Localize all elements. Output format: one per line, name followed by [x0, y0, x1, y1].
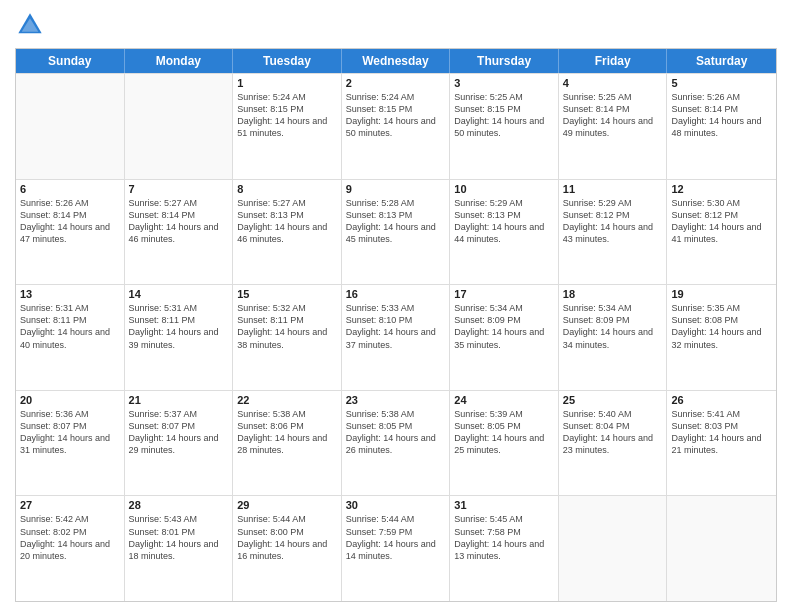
day-number: 30: [346, 499, 446, 511]
day-info: Sunrise: 5:31 AM Sunset: 8:11 PM Dayligh…: [129, 302, 229, 351]
day-cell-30: 30Sunrise: 5:44 AM Sunset: 7:59 PM Dayli…: [342, 496, 451, 601]
calendar-header: SundayMondayTuesdayWednesdayThursdayFrid…: [16, 49, 776, 73]
day-info: Sunrise: 5:27 AM Sunset: 8:14 PM Dayligh…: [129, 197, 229, 246]
day-info: Sunrise: 5:33 AM Sunset: 8:10 PM Dayligh…: [346, 302, 446, 351]
day-cell-1: 1Sunrise: 5:24 AM Sunset: 8:15 PM Daylig…: [233, 74, 342, 179]
day-cell-25: 25Sunrise: 5:40 AM Sunset: 8:04 PM Dayli…: [559, 391, 668, 496]
day-number: 17: [454, 288, 554, 300]
day-cell-21: 21Sunrise: 5:37 AM Sunset: 8:07 PM Dayli…: [125, 391, 234, 496]
day-cell-28: 28Sunrise: 5:43 AM Sunset: 8:01 PM Dayli…: [125, 496, 234, 601]
day-number: 29: [237, 499, 337, 511]
day-number: 1: [237, 77, 337, 89]
day-info: Sunrise: 5:44 AM Sunset: 8:00 PM Dayligh…: [237, 513, 337, 562]
day-header-tuesday: Tuesday: [233, 49, 342, 73]
week-row-5: 27Sunrise: 5:42 AM Sunset: 8:02 PM Dayli…: [16, 495, 776, 601]
day-cell-2: 2Sunrise: 5:24 AM Sunset: 8:15 PM Daylig…: [342, 74, 451, 179]
day-info: Sunrise: 5:29 AM Sunset: 8:12 PM Dayligh…: [563, 197, 663, 246]
day-cell-17: 17Sunrise: 5:34 AM Sunset: 8:09 PM Dayli…: [450, 285, 559, 390]
week-row-1: 1Sunrise: 5:24 AM Sunset: 8:15 PM Daylig…: [16, 73, 776, 179]
day-info: Sunrise: 5:27 AM Sunset: 8:13 PM Dayligh…: [237, 197, 337, 246]
day-cell-4: 4Sunrise: 5:25 AM Sunset: 8:14 PM Daylig…: [559, 74, 668, 179]
day-number: 31: [454, 499, 554, 511]
day-number: 16: [346, 288, 446, 300]
day-cell-11: 11Sunrise: 5:29 AM Sunset: 8:12 PM Dayli…: [559, 180, 668, 285]
day-cell-14: 14Sunrise: 5:31 AM Sunset: 8:11 PM Dayli…: [125, 285, 234, 390]
day-info: Sunrise: 5:39 AM Sunset: 8:05 PM Dayligh…: [454, 408, 554, 457]
calendar-body: 1Sunrise: 5:24 AM Sunset: 8:15 PM Daylig…: [16, 73, 776, 601]
day-info: Sunrise: 5:43 AM Sunset: 8:01 PM Dayligh…: [129, 513, 229, 562]
day-number: 9: [346, 183, 446, 195]
day-cell-13: 13Sunrise: 5:31 AM Sunset: 8:11 PM Dayli…: [16, 285, 125, 390]
day-number: 15: [237, 288, 337, 300]
day-info: Sunrise: 5:36 AM Sunset: 8:07 PM Dayligh…: [20, 408, 120, 457]
day-number: 19: [671, 288, 772, 300]
day-info: Sunrise: 5:29 AM Sunset: 8:13 PM Dayligh…: [454, 197, 554, 246]
day-info: Sunrise: 5:40 AM Sunset: 8:04 PM Dayligh…: [563, 408, 663, 457]
day-header-saturday: Saturday: [667, 49, 776, 73]
day-number: 10: [454, 183, 554, 195]
empty-cell: [667, 496, 776, 601]
day-number: 2: [346, 77, 446, 89]
day-header-thursday: Thursday: [450, 49, 559, 73]
day-number: 7: [129, 183, 229, 195]
day-cell-3: 3Sunrise: 5:25 AM Sunset: 8:15 PM Daylig…: [450, 74, 559, 179]
day-cell-23: 23Sunrise: 5:38 AM Sunset: 8:05 PM Dayli…: [342, 391, 451, 496]
day-cell-27: 27Sunrise: 5:42 AM Sunset: 8:02 PM Dayli…: [16, 496, 125, 601]
header: [15, 10, 777, 40]
day-number: 20: [20, 394, 120, 406]
day-number: 26: [671, 394, 772, 406]
logo-icon: [15, 10, 45, 40]
day-number: 22: [237, 394, 337, 406]
day-info: Sunrise: 5:42 AM Sunset: 8:02 PM Dayligh…: [20, 513, 120, 562]
day-info: Sunrise: 5:24 AM Sunset: 8:15 PM Dayligh…: [346, 91, 446, 140]
day-cell-15: 15Sunrise: 5:32 AM Sunset: 8:11 PM Dayli…: [233, 285, 342, 390]
day-cell-6: 6Sunrise: 5:26 AM Sunset: 8:14 PM Daylig…: [16, 180, 125, 285]
day-info: Sunrise: 5:37 AM Sunset: 8:07 PM Dayligh…: [129, 408, 229, 457]
day-cell-10: 10Sunrise: 5:29 AM Sunset: 8:13 PM Dayli…: [450, 180, 559, 285]
calendar: SundayMondayTuesdayWednesdayThursdayFrid…: [15, 48, 777, 602]
day-number: 18: [563, 288, 663, 300]
day-info: Sunrise: 5:41 AM Sunset: 8:03 PM Dayligh…: [671, 408, 772, 457]
day-header-monday: Monday: [125, 49, 234, 73]
day-number: 24: [454, 394, 554, 406]
day-cell-19: 19Sunrise: 5:35 AM Sunset: 8:08 PM Dayli…: [667, 285, 776, 390]
day-info: Sunrise: 5:38 AM Sunset: 8:05 PM Dayligh…: [346, 408, 446, 457]
day-info: Sunrise: 5:30 AM Sunset: 8:12 PM Dayligh…: [671, 197, 772, 246]
day-info: Sunrise: 5:25 AM Sunset: 8:15 PM Dayligh…: [454, 91, 554, 140]
day-info: Sunrise: 5:26 AM Sunset: 8:14 PM Dayligh…: [20, 197, 120, 246]
day-cell-5: 5Sunrise: 5:26 AM Sunset: 8:14 PM Daylig…: [667, 74, 776, 179]
day-info: Sunrise: 5:45 AM Sunset: 7:58 PM Dayligh…: [454, 513, 554, 562]
day-cell-18: 18Sunrise: 5:34 AM Sunset: 8:09 PM Dayli…: [559, 285, 668, 390]
day-info: Sunrise: 5:25 AM Sunset: 8:14 PM Dayligh…: [563, 91, 663, 140]
day-cell-9: 9Sunrise: 5:28 AM Sunset: 8:13 PM Daylig…: [342, 180, 451, 285]
day-cell-7: 7Sunrise: 5:27 AM Sunset: 8:14 PM Daylig…: [125, 180, 234, 285]
day-number: 3: [454, 77, 554, 89]
day-cell-26: 26Sunrise: 5:41 AM Sunset: 8:03 PM Dayli…: [667, 391, 776, 496]
day-header-friday: Friday: [559, 49, 668, 73]
day-cell-31: 31Sunrise: 5:45 AM Sunset: 7:58 PM Dayli…: [450, 496, 559, 601]
day-number: 28: [129, 499, 229, 511]
day-number: 4: [563, 77, 663, 89]
page: SundayMondayTuesdayWednesdayThursdayFrid…: [0, 0, 792, 612]
day-cell-24: 24Sunrise: 5:39 AM Sunset: 8:05 PM Dayli…: [450, 391, 559, 496]
day-number: 13: [20, 288, 120, 300]
day-cell-20: 20Sunrise: 5:36 AM Sunset: 8:07 PM Dayli…: [16, 391, 125, 496]
empty-cell: [125, 74, 234, 179]
day-number: 21: [129, 394, 229, 406]
day-number: 23: [346, 394, 446, 406]
day-info: Sunrise: 5:26 AM Sunset: 8:14 PM Dayligh…: [671, 91, 772, 140]
day-info: Sunrise: 5:34 AM Sunset: 8:09 PM Dayligh…: [563, 302, 663, 351]
empty-cell: [559, 496, 668, 601]
day-cell-16: 16Sunrise: 5:33 AM Sunset: 8:10 PM Dayli…: [342, 285, 451, 390]
day-info: Sunrise: 5:44 AM Sunset: 7:59 PM Dayligh…: [346, 513, 446, 562]
day-info: Sunrise: 5:38 AM Sunset: 8:06 PM Dayligh…: [237, 408, 337, 457]
day-number: 8: [237, 183, 337, 195]
day-number: 5: [671, 77, 772, 89]
day-cell-12: 12Sunrise: 5:30 AM Sunset: 8:12 PM Dayli…: [667, 180, 776, 285]
day-info: Sunrise: 5:31 AM Sunset: 8:11 PM Dayligh…: [20, 302, 120, 351]
day-cell-29: 29Sunrise: 5:44 AM Sunset: 8:00 PM Dayli…: [233, 496, 342, 601]
day-number: 14: [129, 288, 229, 300]
day-info: Sunrise: 5:35 AM Sunset: 8:08 PM Dayligh…: [671, 302, 772, 351]
empty-cell: [16, 74, 125, 179]
day-info: Sunrise: 5:34 AM Sunset: 8:09 PM Dayligh…: [454, 302, 554, 351]
